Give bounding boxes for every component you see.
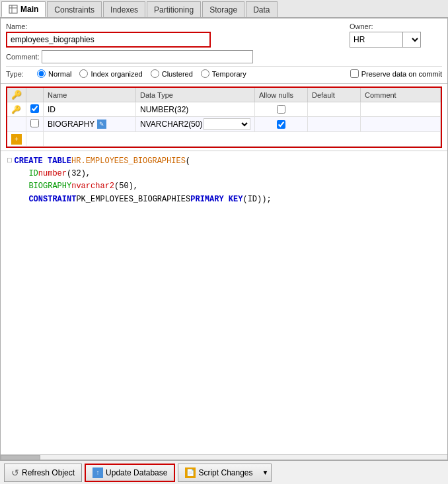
row-visible-checkbox[interactable] bbox=[30, 119, 39, 127]
type-label: Type: bbox=[6, 70, 29, 78]
script-changes-dropdown[interactable]: ▼ bbox=[260, 464, 272, 482]
col-header-allownulls: Allow nulls bbox=[255, 88, 308, 102]
col-header-name: Name bbox=[44, 88, 136, 102]
datatype-dropdown[interactable] bbox=[204, 118, 250, 130]
sql-line-4: CONSTRAINT PK_EMPLOYEES_BIOGRAPHIES PRIM… bbox=[19, 193, 441, 206]
new-row-check bbox=[26, 132, 44, 147]
sql-expand-icon[interactable]: □ bbox=[7, 155, 12, 167]
table-header-row: 🔑 Name Data Type Allow nulls Default Com… bbox=[7, 88, 441, 102]
sql-line-3: BIOGRAPHY nvarchar2 (50), bbox=[19, 180, 441, 193]
refresh-icon: ↺ bbox=[11, 467, 19, 478]
edit-icon[interactable]: ✎ bbox=[97, 120, 106, 129]
preserve-data-checkbox[interactable] bbox=[350, 69, 359, 78]
comment-input[interactable] bbox=[42, 50, 253, 63]
row-allownulls-cell[interactable] bbox=[255, 117, 308, 132]
update-database-button[interactable]: ↑ Update Database bbox=[85, 464, 175, 482]
allownulls-checkbox[interactable] bbox=[277, 105, 285, 114]
bottom-bar: ↺ Refresh Object ↑ Update Database 📄 Scr… bbox=[0, 460, 448, 484]
col-header-check bbox=[26, 88, 44, 102]
tab-main[interactable]: Main bbox=[1, 1, 46, 17]
sql-scrollbar-thumb[interactable] bbox=[1, 455, 40, 460]
table-row: BIOGRAPHY ✎ NVARCHAR2(50) bbox=[7, 117, 441, 132]
tab-partitioning[interactable]: Partitioning bbox=[147, 1, 201, 17]
key-icon: 🔑 bbox=[11, 90, 22, 100]
row-check-cell[interactable] bbox=[26, 102, 44, 117]
script-changes-button[interactable]: 📄 Script Changes bbox=[178, 464, 259, 482]
row-datatype-cell: NUMBER(32) bbox=[136, 102, 255, 117]
row-default-cell bbox=[308, 117, 361, 132]
tab-bar: Main Constraints Indexes Partitioning St… bbox=[0, 0, 448, 18]
svg-rect-0 bbox=[9, 5, 17, 13]
refresh-object-button[interactable]: ↺ Refresh Object bbox=[4, 464, 82, 482]
script-changes-group: 📄 Script Changes ▼ bbox=[178, 464, 272, 482]
main-container: Main Constraints Indexes Partitioning St… bbox=[0, 0, 448, 484]
row-key-cell: 🔑 bbox=[7, 102, 26, 117]
new-row-icon-cell: + bbox=[7, 132, 26, 147]
type-row: Type: Normal Index organized Clustered T… bbox=[6, 66, 442, 79]
new-row-icon: + bbox=[11, 134, 22, 145]
new-row-empty bbox=[44, 132, 441, 147]
radio-index-organized[interactable]: Index organized bbox=[79, 69, 142, 78]
key-icon: 🔑 bbox=[11, 105, 21, 114]
owner-input[interactable] bbox=[350, 32, 402, 48]
sql-content: □ CREATE TABLE HR.EMPLOYEES_BIOGRAPHIES … bbox=[1, 151, 447, 454]
update-icon: ↑ bbox=[93, 467, 103, 478]
col-header-default: Default bbox=[308, 88, 361, 102]
row-default-cell bbox=[308, 102, 361, 117]
tab-constraints[interactable]: Constraints bbox=[47, 1, 102, 17]
columns-table: 🔑 Name Data Type Allow nulls Default Com… bbox=[7, 88, 441, 147]
row-name-cell: BIOGRAPHY ✎ bbox=[44, 117, 136, 132]
radio-normal[interactable]: Normal bbox=[37, 69, 71, 78]
owner-select[interactable] bbox=[402, 32, 421, 48]
tab-indexes[interactable]: Indexes bbox=[103, 1, 145, 17]
allownulls-checkbox[interactable] bbox=[277, 120, 285, 129]
row-comment-cell bbox=[361, 117, 441, 132]
sql-line-2: ID number (32), bbox=[19, 168, 441, 180]
comment-label: Comment: bbox=[6, 53, 40, 61]
row-check-cell[interactable] bbox=[26, 117, 44, 132]
tab-storage[interactable]: Storage bbox=[202, 1, 244, 17]
row-visible-checkbox[interactable] bbox=[30, 104, 39, 113]
row-allownulls-cell[interactable] bbox=[255, 102, 308, 117]
col-header-key: 🔑 bbox=[7, 88, 26, 102]
name-input[interactable] bbox=[6, 32, 211, 48]
col-header-comment: Comment bbox=[361, 88, 441, 102]
content-area: Name: Owner: Comment: bbox=[0, 18, 448, 460]
form-section: Name: Owner: Comment: bbox=[1, 18, 447, 84]
table-row: 🔑 ID NUMBER(32) bbox=[7, 102, 441, 117]
table-icon bbox=[9, 5, 18, 14]
row-datatype-cell: NVARCHAR2(50) bbox=[136, 117, 255, 132]
script-icon: 📄 bbox=[185, 467, 196, 478]
radio-clustered[interactable]: Clustered bbox=[151, 69, 193, 78]
row-name-cell: ID bbox=[44, 102, 136, 117]
owner-label: Owner: bbox=[350, 22, 442, 30]
row-comment-cell bbox=[361, 102, 441, 117]
radio-temporary[interactable]: Temporary bbox=[201, 69, 246, 78]
columns-table-section: 🔑 Name Data Type Allow nulls Default Com… bbox=[6, 86, 442, 148]
owner-field-group: Owner: bbox=[350, 22, 442, 48]
preserve-data-group: Preserve data on commit bbox=[350, 69, 442, 78]
table-new-row: + bbox=[7, 132, 441, 147]
row-key-cell bbox=[7, 117, 26, 132]
sql-scrollbar[interactable] bbox=[1, 454, 447, 460]
name-label: Name: bbox=[6, 22, 343, 30]
tab-data[interactable]: Data bbox=[246, 1, 277, 17]
sql-section: □ CREATE TABLE HR.EMPLOYEES_BIOGRAPHIES … bbox=[1, 151, 447, 460]
chevron-down-icon: ▼ bbox=[262, 469, 269, 476]
name-field-group: Name: bbox=[6, 22, 343, 48]
col-header-datatype: Data Type bbox=[136, 88, 255, 102]
sql-line-1: □ CREATE TABLE HR.EMPLOYEES_BIOGRAPHIES … bbox=[7, 155, 441, 168]
